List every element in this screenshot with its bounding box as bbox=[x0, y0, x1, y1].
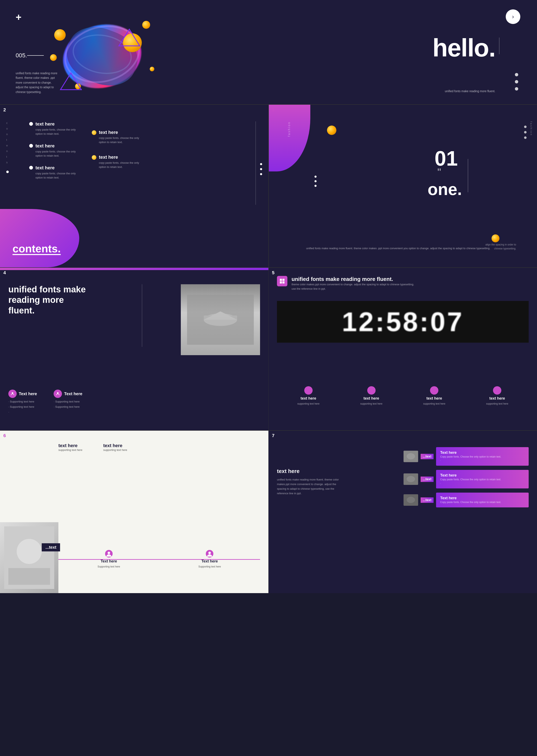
gold-ball-s3b bbox=[492, 234, 499, 242]
slide4: 4 unified fonts make reading more fluent… bbox=[0, 268, 268, 430]
left-text: text here unified fonts make reading mor… bbox=[277, 468, 340, 496]
item-title-2: Text here bbox=[440, 473, 524, 478]
timer-text: 12:58:07 bbox=[342, 306, 464, 337]
icon-label-3: text here bbox=[427, 396, 442, 400]
list-item: text here copy paste fonts. choose the o… bbox=[29, 165, 81, 180]
slide6: 6 ...text text here supporting text here… bbox=[0, 431, 268, 593]
svg-point-20 bbox=[208, 552, 211, 554]
right-item-3: ...text Text here Copy paste fonts. Choo… bbox=[403, 493, 529, 507]
svg-point-18 bbox=[107, 552, 110, 554]
slide2: 2 contents. con ten ts text here copy pa… bbox=[0, 105, 268, 267]
item-bar-1: Text here Copy paste fonts. Choose the o… bbox=[436, 447, 529, 466]
slide5: 5 unified fonts make reading more fluent… bbox=[268, 268, 537, 430]
dots-col bbox=[260, 163, 262, 175]
tl-title-1: Text here bbox=[101, 559, 117, 564]
top-content: text here supporting text here text here… bbox=[59, 443, 260, 451]
arrow-button[interactable]: › bbox=[506, 9, 520, 24]
gold-ball bbox=[92, 155, 96, 160]
thumb-label-3: ...text bbox=[421, 497, 434, 503]
item-sub-3: Copy paste fonts. Choose the only option… bbox=[440, 500, 524, 504]
item-sub: copy paste fonts. choose the only option… bbox=[35, 171, 81, 180]
item-title: text here bbox=[99, 154, 145, 160]
icon-col-4: text here supporting text here bbox=[486, 386, 508, 405]
thumb-2 bbox=[403, 474, 418, 485]
svg-point-8 bbox=[12, 392, 13, 394]
timer-box: 12:58:07 bbox=[277, 301, 529, 343]
icon-sub-4: supporting text here bbox=[486, 402, 508, 405]
col-title-r: text here bbox=[103, 443, 127, 448]
item-sub-2: Copy paste fonts. Choose the only option… bbox=[440, 478, 524, 485]
plus-icon: + bbox=[16, 12, 21, 23]
list-item: text here copy paste fonts. choose the o… bbox=[29, 143, 81, 158]
svg-rect-13 bbox=[282, 281, 284, 283]
icon-sub-1: supporting text here bbox=[297, 402, 319, 405]
list-items-left: text here copy paste fonts. choose the o… bbox=[29, 121, 81, 180]
right-bottom-text: align the spacing in order to chinese ty… bbox=[478, 243, 516, 251]
dots-right bbox=[515, 73, 518, 91]
list-text: text here copy paste fonts. choose the o… bbox=[99, 130, 145, 144]
slide5-badge: 5 bbox=[272, 270, 274, 275]
h-divider-3 bbox=[0, 430, 537, 431]
pink-blob bbox=[268, 105, 310, 171]
col2: text here supporting text here text here… bbox=[59, 443, 260, 451]
right-dots bbox=[524, 126, 526, 139]
bottom-text: unified fonts make reading more fluent. … bbox=[306, 246, 490, 251]
slide3-badge: 3 bbox=[272, 107, 274, 113]
vert-line-s4 bbox=[142, 284, 142, 347]
item-title-1: Text here bbox=[440, 450, 524, 455]
col-icon-2 bbox=[54, 390, 62, 398]
item-title: text here bbox=[35, 165, 81, 171]
thumb-3 bbox=[403, 494, 418, 506]
slides-grid: 2 contents. con ten ts text here copy pa… bbox=[0, 105, 537, 756]
list-dot bbox=[29, 144, 33, 147]
hello-text: hello. bbox=[433, 33, 495, 62]
list-text: text here copy paste fonts. choose the o… bbox=[35, 143, 81, 158]
svg-rect-11 bbox=[282, 279, 284, 281]
list-text: text here copy paste fonts. choose the o… bbox=[35, 121, 81, 136]
slide7-badge: 7 bbox=[272, 433, 274, 439]
list-dot bbox=[29, 166, 33, 170]
svg-point-24 bbox=[407, 476, 415, 482]
icon-col-3: text here supporting text here bbox=[423, 386, 445, 405]
timeline-item-1: Text here Supporting text here bbox=[98, 550, 120, 568]
right-list: ...text Text here Copy paste fonts. Choo… bbox=[403, 447, 529, 507]
list-item: text here copy paste fonts. choose the o… bbox=[92, 154, 145, 169]
top-text-block: unified fonts make reading more fluent. … bbox=[292, 276, 417, 291]
icon-label-1: text here bbox=[301, 396, 316, 400]
tl-icon-1 bbox=[105, 550, 113, 558]
timeline: Text here Supporting text here Text here… bbox=[59, 550, 260, 568]
item-title-3: Text here bbox=[440, 496, 524, 500]
col-title-1: Text here bbox=[19, 392, 37, 396]
tl-sub-1: Supporting text here bbox=[98, 565, 120, 568]
slide-number: 005. bbox=[16, 52, 27, 59]
svg-point-9 bbox=[57, 392, 59, 394]
col-item-1: Text here · Supporting text here · Suppo… bbox=[8, 390, 37, 414]
list-text: text here copy paste fonts. choose the o… bbox=[99, 154, 145, 169]
s5-title: unified fonts make reading more fluent. bbox=[292, 276, 417, 282]
slide3: 3 fashion 01 " one. fashion unified font… bbox=[268, 105, 537, 267]
main-text: unified fonts make reading more fluent. bbox=[8, 284, 88, 316]
item-title: text here bbox=[35, 143, 81, 149]
left-title: text here bbox=[277, 468, 340, 475]
vert-line bbox=[499, 38, 499, 54]
slide4-badge: 4 bbox=[3, 270, 6, 275]
thumb-label-1: ...text bbox=[421, 454, 434, 459]
photo-left bbox=[0, 522, 59, 593]
svg-rect-10 bbox=[280, 279, 282, 281]
thumb-label-2: ...text bbox=[421, 477, 434, 482]
col-sub-1a: · Supporting text here bbox=[8, 400, 37, 403]
col-sub-r: supporting text here bbox=[103, 448, 127, 451]
photo-box bbox=[181, 284, 260, 355]
list-dot bbox=[29, 122, 33, 126]
col-sub-1b: · Supporting text here bbox=[8, 405, 37, 408]
item-title: text here bbox=[35, 121, 81, 127]
tl-title-2: Text here bbox=[201, 559, 218, 564]
right-item-2: ...text Text here Copy paste fonts. Choo… bbox=[403, 470, 529, 488]
vert-text: fashion bbox=[287, 121, 291, 137]
v-divider-1 bbox=[268, 105, 269, 267]
item-sub-1: Copy paste fonts. Choose the only option… bbox=[440, 455, 524, 462]
col-title-l: text here bbox=[59, 443, 82, 448]
icon-circle-4 bbox=[493, 386, 501, 395]
dot bbox=[515, 80, 518, 83]
item-sub: copy paste fonts. choose the only option… bbox=[35, 149, 81, 158]
